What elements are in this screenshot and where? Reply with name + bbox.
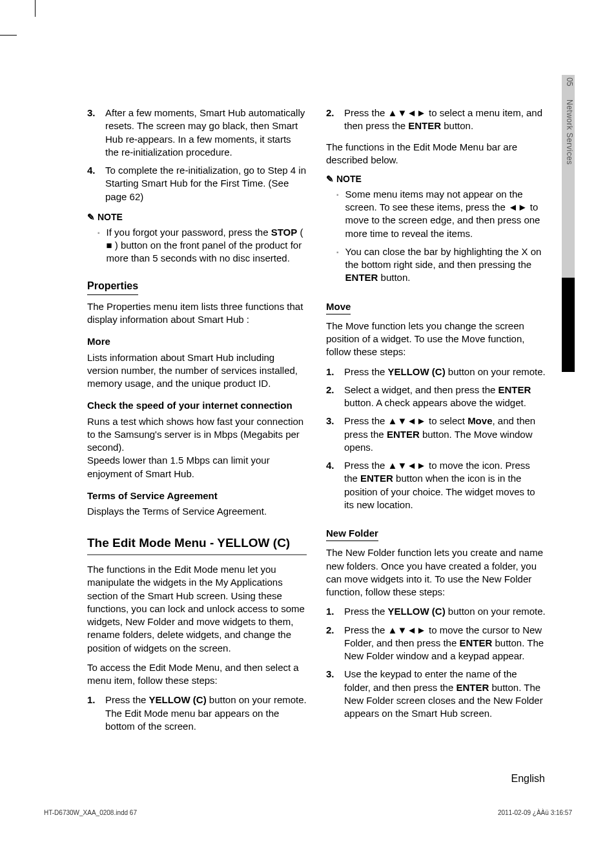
speed-heading: Check the speed of your internet connect… [87,399,307,412]
step-text: Press the ▲▼◄► to move the icon. Press t… [344,459,546,511]
side-black-marker [562,278,575,372]
note-text: If you forgot your password, press the S… [107,226,307,265]
section-number: 05 [562,77,575,86]
timestamp: 2011-02-09 ¿ÀÀü 3:16:57 [498,808,572,818]
move-steps: 1. Press the YELLOW (C) button on your r… [326,365,546,512]
speed-body-1: Runs a test which shows how fast your co… [87,415,307,455]
list-item: 3. Use the keypad to enter the name of t… [326,668,546,720]
step-number: 4. [87,164,105,203]
note-icon: ✎ [326,173,334,185]
right-column: 2. Press the ▲▼◄► to select a menu item,… [326,107,546,741]
new-folder-body: The New Folder function lets you create … [326,546,546,599]
text: button. A check appears above the widget… [344,397,526,408]
text-bold: ENTER [360,473,393,484]
step-text: Press the ▲▼◄► to select a menu item, an… [344,107,546,133]
list-item: 4. Press the ▲▼◄► to move the icon. Pres… [326,459,546,511]
text-bold: Move [467,415,492,426]
text: Press the [344,366,388,377]
text: If you forgot your password, press the [107,227,271,238]
reset-steps: 3. After a few moments, Smart Hub automa… [87,107,307,203]
section-label: Network Services [562,99,575,165]
move-heading: Move [326,300,351,314]
step-number: 3. [326,668,344,720]
step-number: 2. [326,107,344,133]
more-heading: More [87,335,307,348]
step-number: 2. [326,384,344,410]
note-item: You can close the bar by highlighting th… [326,245,546,285]
text: You can close the bar by highlighting th… [345,246,542,270]
list-item: 3. After a few moments, Smart Hub automa… [87,107,307,159]
speed-body-2: Speeds lower than 1.5 Mbps can limit you… [87,454,307,480]
text-bold: YELLOW (C) [149,694,207,705]
text-bold: ENTER [408,120,441,131]
crop-mark [35,0,36,17]
text: Select a widget, and then press the [344,384,498,395]
list-item: 2. Press the ▲▼◄► to move the cursor to … [326,624,546,663]
note-item: Some menu items may not appear on the sc… [326,188,546,240]
step-number: 3. [326,415,344,454]
step-text: Press the ▲▼◄► to select Move, and then … [344,415,546,454]
edit-body-2: To access the Edit Mode Menu, and then s… [87,661,307,688]
note-heading: ✎ NOTE [326,173,546,185]
step-text: Select a widget, and then press the ENTE… [344,384,546,410]
step-number: 1. [87,694,105,733]
crop-mark [0,35,17,36]
step-text: After a few moments, Smart Hub automatic… [105,107,307,159]
list-item: 4. To complete the re-initialization, go… [87,164,307,203]
step-number: 2. [326,624,344,663]
new-folder-heading: New Folder [326,527,378,541]
left-column: 3. After a few moments, Smart Hub automa… [87,107,307,741]
tos-heading: Terms of Service Agreement [87,489,307,502]
text: Press the [105,694,149,705]
note-item: If you forgot your password, press the S… [87,226,307,265]
text-bold: ENTER [345,272,378,283]
step-text: Use the keypad to enter the name of the … [344,668,546,720]
text: Press the [344,606,388,617]
list-item: 3. Press the ▲▼◄► to select Move, and th… [326,415,546,454]
edit-intro: The functions in the Edit Mode Menu bar … [326,141,546,167]
text: button. [378,272,410,283]
note-text: Some menu items may not appear on the sc… [345,188,546,240]
page-language: English [511,772,545,786]
step-text: Press the YELLOW (C) button on your remo… [344,605,546,618]
tos-body: Displays the Terms of Service Agreement. [87,505,307,518]
text-bold: ENTER [387,429,420,440]
content: 3. After a few moments, Smart Hub automa… [87,107,546,741]
text-bold: YELLOW (C) [388,606,446,617]
text: Press the ▲▼◄► to select [344,415,467,426]
list-item: 1. Press the YELLOW (C) button on your r… [326,365,546,378]
text-bold: ENTER [456,682,489,693]
note-label: NOTE [336,173,362,185]
edit-mode-heading: The Edit Mode Menu - YELLOW (C) [87,535,307,555]
text-bold: ENTER [459,637,492,648]
more-body: Lists information about Smart Hub includ… [87,351,307,391]
note-text: You can close the bar by highlighting th… [345,245,546,285]
list-item: 2. Select a widget, and then press the E… [326,384,546,410]
page: 05 Network Services 3. After a few momen… [0,0,616,844]
text-bold: STOP [271,227,298,238]
step-number: 3. [87,107,105,159]
text: button on your remote. [446,366,546,377]
step-text: Press the YELLOW (C) button on your remo… [344,365,546,378]
text-bold: YELLOW (C) [388,366,446,377]
list-item: 1. Press the YELLOW (C) button on your r… [87,694,307,733]
step-number: 4. [326,459,344,511]
indd-filename: HT-D6730W_XAA_0208.indd 67 [44,808,137,818]
note-icon: ✎ [87,211,95,223]
text: button on your remote. [446,606,546,617]
text: button. [441,120,473,131]
properties-body: The Properties menu item lists three fun… [87,300,307,327]
list-item: 1. Press the YELLOW (C) button on your r… [326,605,546,618]
note-list: If you forgot your password, press the S… [87,226,307,265]
step-text: Press the ▲▼◄► to move the cursor to New… [344,624,546,663]
step-number: 1. [326,605,344,618]
new-folder-steps: 1. Press the YELLOW (C) button on your r… [326,605,546,720]
edit-steps-cont: 2. Press the ▲▼◄► to select a menu item,… [326,107,546,133]
step-number: 1. [326,365,344,378]
move-body: The Move function lets you change the sc… [326,320,546,359]
note-label: NOTE [98,211,123,223]
text-bold: ENTER [498,384,531,395]
step-text: Press the YELLOW (C) button on your remo… [105,694,307,733]
step-text: To complete the re-initialization, go to… [105,164,307,203]
edit-steps: 1. Press the YELLOW (C) button on your r… [87,694,307,733]
